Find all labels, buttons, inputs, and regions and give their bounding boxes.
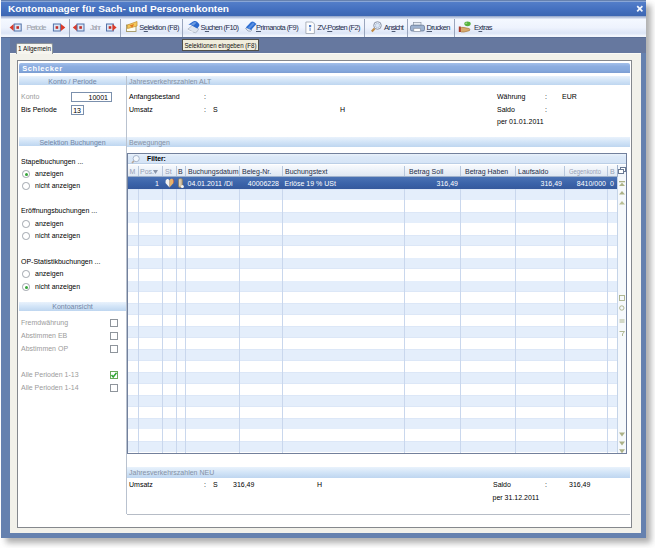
svg-text:Drucken: Drucken (427, 23, 451, 32)
svg-text:Suchen (F10): Suchen (F10) (201, 23, 240, 32)
svg-text:Periode: Periode (26, 23, 46, 32)
svg-text:Primanota (F9): Primanota (F9) (256, 23, 299, 32)
svg-text:Extras: Extras (474, 23, 493, 32)
svg-text:Kontomanager für Sach- und Per: Kontomanager für Sach- und Personenkonte… (8, 4, 229, 14)
svg-text:ZV-Posten (F2): ZV-Posten (F2) (317, 23, 361, 32)
svg-text:Ansicht: Ansicht (384, 23, 405, 32)
svg-text:Selektionen eingeben (F8): Selektionen eingeben (F8) (184, 41, 256, 50)
svg-text:Jahr: Jahr (90, 23, 102, 32)
svg-text:Selektion (F8): Selektion (F8) (139, 23, 180, 32)
